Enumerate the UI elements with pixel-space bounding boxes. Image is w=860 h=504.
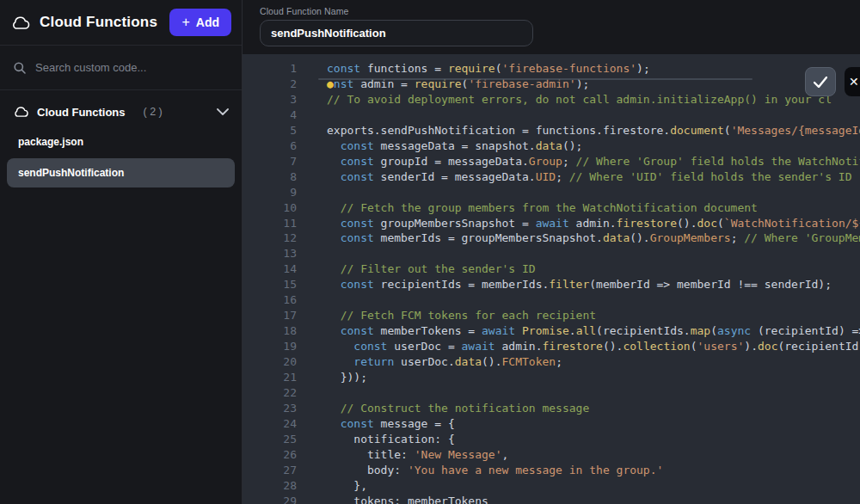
code-text: const memberTokens = await Promise.all(r…: [327, 323, 860, 339]
code-text: tokens: memberTokens: [327, 494, 488, 504]
line-number: 24: [243, 416, 297, 432]
section-label: Cloud Functions: [37, 106, 126, 119]
search-bar[interactable]: [0, 46, 242, 90]
function-name-bar: Cloud Function Name: [243, 0, 860, 54]
cloud-icon: [10, 15, 31, 30]
code-text: }));: [327, 370, 367, 385]
section-count: ( 2 ): [144, 106, 163, 118]
code-line[interactable]: 19 const userDoc = await admin.firestore…: [243, 339, 860, 354]
search-input[interactable]: [35, 61, 216, 74]
plus-icon: +: [181, 15, 189, 29]
code-text: return userDoc.data().FCMToken;: [327, 354, 562, 370]
confirm-button[interactable]: [805, 67, 836, 96]
sidebar-header: Cloud Functions + Add: [0, 0, 242, 46]
line-number: 20: [243, 354, 297, 370]
code-text: body: 'You have a new message in the gro…: [327, 463, 663, 478]
code-text: },: [327, 478, 367, 494]
code-line[interactable]: 28 },: [243, 478, 860, 494]
code-line[interactable]: 18 const memberTokens = await Promise.al…: [243, 323, 860, 339]
code-line[interactable]: 8 const senderId = messageData.UID; // W…: [243, 169, 860, 185]
code-text: const userDoc = await admin.firestore().…: [327, 339, 860, 354]
code-line[interactable]: 24 const message = {: [243, 416, 860, 432]
main-panel: Cloud Function Name 1const functions = r…: [243, 0, 860, 504]
line-number: 7: [243, 154, 297, 169]
app-title: Cloud Functions: [40, 14, 157, 31]
code-line[interactable]: 15 const recipientIds = memberIds.filter…: [243, 277, 860, 292]
add-button[interactable]: + Add: [169, 9, 231, 36]
code-line[interactable]: 10 // Fetch the group members from the W…: [243, 200, 860, 216]
line-number: 28: [243, 478, 297, 494]
line-number: 18: [243, 323, 297, 339]
code-text: const functions = require('firebase-func…: [327, 61, 650, 77]
add-button-label: Add: [196, 15, 219, 29]
code-editor[interactable]: 1const functions = require('firebase-fun…: [243, 54, 860, 504]
line-number: 3: [243, 92, 297, 108]
line-number: 27: [243, 463, 297, 478]
line-number: 2: [243, 77, 297, 92]
code-line[interactable]: 7 const groupId = messageData.Group; // …: [243, 154, 860, 169]
line-number: 19: [243, 339, 297, 354]
code-line[interactable]: 29 tokens: memberTokens: [243, 494, 860, 504]
code-line[interactable]: 4: [243, 108, 860, 123]
edge-action-button[interactable]: ✕: [845, 67, 860, 96]
line-number: 9: [243, 185, 297, 200]
line-number: 17: [243, 308, 297, 323]
line-number: 14: [243, 261, 297, 277]
code-line[interactable]: 12 const memberIds = groupMembersSnapsho…: [243, 230, 860, 246]
code-line[interactable]: 27 body: 'You have a new message in the …: [243, 463, 860, 478]
function-name-label: Cloud Function Name: [260, 6, 860, 16]
line-number: 11: [243, 216, 297, 231]
line-number: 21: [243, 370, 297, 385]
code-text: const message = {: [327, 416, 455, 432]
search-icon: [13, 61, 27, 75]
sidebar-item-sendpushnotification[interactable]: sendPushNotification: [7, 158, 235, 187]
code-text: // To avoid deployment errors, do not ca…: [327, 92, 832, 108]
code-line[interactable]: 17 // Fetch FCM tokens for each recipien…: [243, 308, 860, 323]
line-number: 25: [243, 432, 297, 447]
code-line[interactable]: 1const functions = require('firebase-fun…: [243, 61, 860, 77]
sidebar-item-label: sendPushNotification: [18, 167, 124, 179]
code-line[interactable]: 5exports.sendPushNotification = function…: [243, 123, 860, 138]
line-number: 22: [243, 385, 297, 401]
code-line[interactable]: 23 // Construct the notification message: [243, 401, 860, 416]
code-line[interactable]: 21 }));: [243, 370, 860, 385]
sidebar-item-label: package.json: [18, 136, 83, 148]
code-line[interactable]: 14 // Filter out the sender's ID: [243, 261, 860, 277]
line-number: 13: [243, 246, 297, 261]
code-text: // Filter out the sender's ID: [327, 261, 536, 277]
cloud-icon: [13, 106, 29, 118]
code-line[interactable]: 11 const groupMembersSnapshot = await ad…: [243, 216, 860, 231]
app: Cloud Functions + Add Cloud Functions ( …: [0, 0, 860, 504]
line-number: 1: [243, 61, 297, 77]
line-number: 12: [243, 230, 297, 246]
code-line[interactable]: 16: [243, 292, 860, 308]
line-number: 6: [243, 138, 297, 154]
line-number: 4: [243, 108, 297, 123]
code-line[interactable]: 26 title: 'New Message',: [243, 447, 860, 463]
code-lines: 1const functions = require('firebase-fun…: [243, 61, 860, 504]
horizontal-scrollbar[interactable]: [318, 78, 752, 80]
code-text: const messageData = snapshot.data();: [327, 138, 582, 154]
code-text: exports.sendPushNotification = functions…: [327, 123, 860, 138]
code-line[interactable]: 20 return userDoc.data().FCMToken;: [243, 354, 860, 370]
code-line[interactable]: 9: [243, 185, 860, 200]
code-text: const memberIds = groupMembersSnapshot.d…: [327, 230, 860, 246]
code-text: title: 'New Message',: [327, 447, 508, 463]
code-text: notification: {: [327, 432, 455, 447]
code-text: const groupMembersSnapshot = await admin…: [327, 216, 860, 231]
code-line[interactable]: 22: [243, 385, 860, 401]
code-text: // Fetch FCM tokens for each recipient: [327, 308, 596, 323]
code-line[interactable]: 13: [243, 246, 860, 261]
code-line[interactable]: 3// To avoid deployment errors, do not c…: [243, 92, 860, 108]
close-icon: ✕: [849, 75, 859, 89]
line-number: 5: [243, 123, 297, 138]
code-line[interactable]: 6 const messageData = snapshot.data();: [243, 138, 860, 154]
function-name-input[interactable]: [260, 20, 533, 46]
line-number: 15: [243, 277, 297, 292]
sidebar-item-package-json[interactable]: package.json: [0, 129, 242, 155]
code-line[interactable]: 25 notification: {: [243, 432, 860, 447]
code-text: const groupId = messageData.Group; // Wh…: [327, 154, 860, 169]
section-cloud-functions[interactable]: Cloud Functions ( 2 ): [0, 95, 242, 129]
chevron-down-icon[interactable]: [217, 108, 229, 115]
sidebar: Cloud Functions + Add Cloud Functions ( …: [0, 0, 243, 504]
